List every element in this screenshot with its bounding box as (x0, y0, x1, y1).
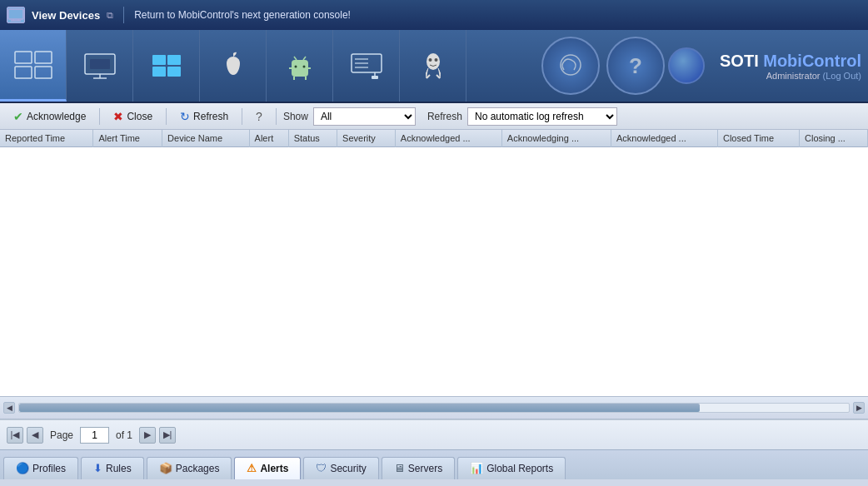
page-number-input[interactable] (80, 427, 109, 444)
tab-rules[interactable]: ⬇ Rules (81, 457, 144, 479)
tab-global-reports[interactable]: 📊 Global Reports (457, 457, 566, 479)
refresh-button[interactable]: ↻ Refresh (173, 108, 235, 125)
acknowledge-icon: ✔ (13, 110, 23, 123)
table-container[interactable]: Reported Time Alert Time Device Name Ale… (0, 130, 868, 396)
acknowledge-label: Acknowledge (27, 111, 86, 122)
svg-point-19 (302, 66, 305, 68)
scrollbar-thumb[interactable] (19, 404, 700, 412)
content-area: Reported Time Alert Time Device Name Ale… (0, 130, 868, 396)
view-devices-text[interactable]: View Devices (32, 9, 100, 22)
col-device-name: Device Name (162, 130, 250, 147)
svg-rect-17 (292, 60, 308, 77)
help-action-icon: ? (256, 110, 262, 123)
svg-rect-0 (8, 9, 23, 19)
col-acknowledging-note: Acknowledging ... (501, 130, 611, 147)
svg-rect-16 (167, 67, 181, 77)
svg-point-33 (428, 58, 432, 62)
svg-line-21 (303, 57, 306, 60)
action-separator-4 (276, 108, 277, 125)
pagination-bar: |◀ ◀ Page of 1 ▶ ▶| (0, 419, 868, 449)
linux-icon (413, 49, 453, 82)
tab-profiles[interactable]: 🔵 Profiles (3, 457, 78, 479)
svg-rect-4 (15, 52, 32, 63)
refresh-interval-select[interactable]: No automatic log refresh Every 30 second… (467, 107, 617, 126)
help-button[interactable]: ? (606, 37, 665, 95)
tab-alerts[interactable]: ⚠ Alerts (234, 457, 301, 479)
refresh-icon: ↻ (180, 110, 190, 123)
action-separator-1 (99, 108, 100, 125)
soti-globe-icon (668, 47, 705, 84)
svg-line-20 (294, 57, 297, 60)
svg-rect-5 (35, 52, 52, 63)
tab-alerts-label: Alerts (260, 463, 288, 474)
col-closed-time: Closed Time (717, 130, 799, 147)
col-acknowledged-time: Acknowledged ... (611, 130, 718, 147)
tab-servers-label: Servers (408, 463, 442, 474)
scroll-right-button[interactable]: ▶ (853, 402, 865, 414)
next-page-button[interactable]: ▶ (139, 427, 156, 444)
acknowledge-button[interactable]: ✔ Acknowledge (7, 108, 92, 125)
svg-rect-12 (90, 59, 110, 69)
svg-point-18 (294, 66, 297, 68)
monitor-icon (80, 49, 120, 82)
security-icon: 🛡 (316, 462, 327, 474)
packages-icon: 📦 (159, 462, 172, 474)
refresh-label-2: Refresh (427, 111, 462, 122)
svg-rect-15 (152, 67, 166, 77)
scrollbar-track[interactable] (18, 403, 850, 413)
toolbar-monitor[interactable] (67, 30, 133, 102)
svg-rect-6 (15, 67, 32, 78)
action-separator-2 (166, 108, 167, 125)
close-button[interactable]: ✖ Close (107, 108, 159, 125)
tab-profiles-label: Profiles (32, 463, 66, 474)
col-closing: Closing ... (800, 130, 868, 147)
title-bar: View Devices ⧉ Return to MobiControl's n… (0, 0, 868, 30)
toolbar-apple[interactable] (200, 30, 267, 102)
profiles-icon: 🔵 (16, 462, 29, 474)
show-select[interactable]: All Unacknowledged Acknowledged Closed (313, 107, 416, 126)
svg-rect-7 (35, 67, 52, 78)
svg-point-32 (427, 53, 440, 70)
tab-servers[interactable]: 🖥 Servers (382, 457, 455, 479)
toolbar-android[interactable] (267, 30, 333, 102)
all-devices-icon (13, 48, 53, 82)
alerts-table: Reported Time Alert Time Device Name Ale… (0, 130, 868, 147)
first-page-button[interactable]: |◀ (7, 427, 23, 444)
toolbar-linux[interactable] (400, 30, 466, 102)
action-bar: ✔ Acknowledge ✖ Close ↻ Refresh ? Show A… (0, 103, 868, 130)
bottom-tab-bar: 🔵 Profiles ⬇ Rules 📦 Packages ⚠ Alerts 🛡… (0, 449, 868, 479)
close-icon: ✖ (113, 110, 123, 123)
scroll-left-button[interactable]: ◀ (3, 402, 15, 414)
toolbar-device-mgr[interactable] (333, 30, 400, 102)
horizontal-scrollbar[interactable]: ◀ ▶ (0, 396, 868, 419)
col-acknowledged-by: Acknowledged ... (395, 130, 501, 147)
support-button[interactable] (541, 37, 600, 95)
col-alert: Alert (249, 130, 288, 147)
tab-security-label: Security (330, 463, 366, 474)
page-label: Page (50, 429, 73, 441)
page-of-text: of 1 (116, 429, 132, 441)
tab-global-reports-label: Global Reports (486, 463, 553, 474)
soti-brand: SOTI MobiControl Administrator (Log Out) (710, 52, 861, 81)
help-action-button[interactable]: ? (249, 108, 269, 125)
tab-security[interactable]: 🛡 Security (303, 457, 378, 479)
table-header-row: Reported Time Alert Time Device Name Ale… (0, 130, 868, 147)
col-severity: Severity (337, 130, 396, 147)
tab-packages[interactable]: 📦 Packages (147, 457, 232, 479)
col-alert-time: Alert Time (93, 130, 162, 147)
icon-bar: ? SOTI MobiControl Administrator (Log Ou… (0, 30, 868, 103)
tab-packages-label: Packages (176, 463, 220, 474)
close-label: Close (127, 111, 152, 122)
toolbar-windows[interactable] (133, 30, 200, 102)
prev-page-button[interactable]: ◀ (27, 427, 43, 444)
svg-rect-14 (167, 55, 181, 65)
svg-rect-13 (152, 55, 166, 65)
logout-link[interactable]: (Log Out) (823, 71, 861, 81)
toolbar-all-devices[interactable] (0, 30, 67, 102)
admin-label: Administrator (766, 71, 821, 81)
alerts-icon: ⚠ (247, 462, 257, 474)
global-reports-icon: 📊 (470, 462, 483, 474)
action-separator-3 (242, 108, 242, 125)
ext-link-icon: ⧉ (107, 10, 113, 21)
last-page-button[interactable]: ▶| (159, 427, 176, 444)
